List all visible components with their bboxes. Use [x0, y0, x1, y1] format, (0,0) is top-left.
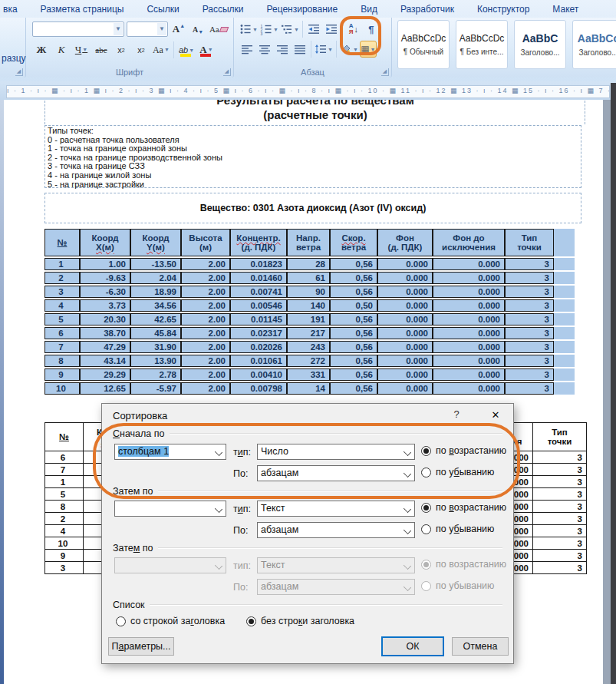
- ribbon-tab-2[interactable]: Разметка страницы: [29, 2, 136, 16]
- ribbon-tab-8[interactable]: Конструктор: [466, 2, 541, 16]
- table-cell: 3: [505, 355, 554, 367]
- then-by-1-type-combobox[interactable]: Текст: [257, 501, 415, 517]
- then-by-1-field-combobox[interactable]: [114, 501, 226, 517]
- font-name-combobox[interactable]: ▼: [32, 21, 124, 37]
- cancel-button[interactable]: Отмена: [452, 637, 509, 656]
- horizontal-ruler[interactable]: ı · 1 · ı · ▦ · ı · 1 ▦ ı · 2 · ı · 3 ▦ …: [0, 81, 616, 100]
- no-header-row-radio[interactable]: без строки заголовка: [246, 616, 354, 626]
- descending-radio[interactable]: по убыванию: [421, 524, 494, 534]
- style-card-1[interactable]: AaBbCcDc¶ Обычный: [397, 20, 450, 69]
- table-cell: 3: [533, 464, 587, 476]
- ascending-radio[interactable]: по возрастанию: [421, 502, 506, 513]
- numbering-button[interactable]: 123 ▼: [259, 21, 279, 38]
- close-icon[interactable]: ✕: [484, 407, 507, 424]
- italic-button[interactable]: К: [52, 41, 71, 59]
- strikethrough-button[interactable]: abc: [92, 41, 110, 59]
- radio-selected-icon[interactable]: [421, 503, 431, 513]
- grow-font-button[interactable]: А▲: [170, 21, 187, 38]
- bullets-button[interactable]: ▼: [239, 21, 259, 38]
- table-cell: 2.00: [181, 313, 230, 325]
- align-center-button[interactable]: [256, 41, 273, 58]
- chevron-down-icon[interactable]: ▼: [189, 48, 194, 53]
- annotation-circle-sort-button: [340, 16, 381, 55]
- options-button[interactable]: Параметры...: [108, 637, 174, 656]
- table-cell: 0.000: [377, 272, 433, 284]
- table-cell: 10: [44, 382, 80, 395]
- table-cell: 0,56: [330, 368, 377, 381]
- chevron-down-icon[interactable]: ▼: [82, 47, 87, 53]
- ribbon-tab-3[interactable]: Ссылки: [135, 2, 190, 16]
- chevron-down-icon[interactable]: ▼: [273, 27, 278, 32]
- align-right-button[interactable]: [274, 41, 291, 58]
- table-cell: 3: [45, 562, 84, 574]
- ribbon-tab-7[interactable]: Разработчик: [389, 2, 466, 16]
- chevron-down-icon[interactable]: ▼: [328, 47, 333, 52]
- increase-indent-button[interactable]: [323, 21, 340, 38]
- format-painter-label[interactable]: разцу: [2, 53, 26, 64]
- ok-button[interactable]: ОК: [381, 636, 444, 656]
- line-spacing-button[interactable]: ▼: [314, 41, 334, 58]
- by-label: По:: [233, 525, 248, 536]
- bold-button[interactable]: Ж: [32, 41, 51, 59]
- chevron-down-icon[interactable]: ▼: [157, 23, 166, 35]
- chevron-down-icon[interactable]: [215, 505, 222, 513]
- column-header: Типточки: [533, 423, 587, 451]
- column-header: Скор.ветра: [330, 229, 377, 256]
- font-dialog-launcher-icon[interactable]: ◢: [223, 68, 231, 76]
- ribbon-tab-9[interactable]: Макет: [541, 2, 590, 16]
- chevron-down-icon[interactable]: ▼: [114, 23, 123, 35]
- selection-end-marker: [554, 299, 575, 312]
- table-row: 638.7045.842.000.023172170,560.0000.0003: [44, 327, 575, 339]
- multilevel-list-button[interactable]: ▼: [280, 21, 300, 38]
- chevron-down-icon[interactable]: [404, 505, 411, 513]
- ruler-band[interactable]: ı · 1 · ı · ▦ · ı · 1 ▦ ı · 2 · ı · 3 ▦ …: [6, 85, 610, 98]
- change-case-button[interactable]: Аа▼: [152, 41, 170, 59]
- style-sample: AaBbCc: [578, 32, 616, 45]
- ribbon-tab-4[interactable]: Рассылки: [191, 2, 255, 16]
- shrink-font-button[interactable]: А▼: [189, 21, 206, 38]
- highlight-yellow-swatch: [180, 54, 191, 57]
- clipboard-dialog-launcher-icon[interactable]: ◢: [15, 68, 23, 76]
- radio-selected-icon[interactable]: [246, 616, 256, 626]
- align-left-button[interactable]: [239, 41, 255, 58]
- selection-end-marker: [554, 286, 575, 298]
- chevron-down-icon: [215, 562, 222, 570]
- chevron-down-icon[interactable]: ▼: [164, 47, 170, 53]
- table-cell: 0,56: [330, 382, 377, 395]
- font-color-button[interactable]: А▼: [197, 41, 216, 59]
- chevron-down-icon[interactable]: ▼: [208, 47, 213, 53]
- table-cell: 0.000: [377, 355, 433, 367]
- style-name: Заголово...: [579, 48, 616, 57]
- subscript-button[interactable]: х2: [112, 41, 130, 59]
- clear-formatting-button[interactable]: Аа: [209, 21, 229, 38]
- chevron-down-icon[interactable]: ▼: [252, 27, 258, 32]
- chevron-down-icon[interactable]: [404, 527, 411, 534]
- table-cell: 0.000: [377, 382, 433, 395]
- font-size-combobox[interactable]: ▼: [127, 21, 168, 37]
- ribbon-tab-5[interactable]: Рецензирование: [255, 2, 350, 16]
- paragraph-dialog-launcher-icon[interactable]: ◢: [381, 68, 389, 76]
- radio-icon[interactable]: [116, 616, 126, 626]
- help-button[interactable]: ?: [447, 408, 466, 424]
- decrease-indent-button[interactable]: [305, 21, 322, 38]
- then-by-1-using-combobox[interactable]: абзацам: [257, 522, 415, 538]
- header-row-radio[interactable]: со строкой заголовка: [116, 616, 225, 626]
- table-row: 747.2931.902.000.020262430,560.0000.0003: [44, 341, 575, 353]
- style-card-4[interactable]: AaBbCcЗаголово...: [572, 20, 616, 69]
- highlight-color-button[interactable]: ab▼: [177, 41, 196, 59]
- table-cell: 13.90: [130, 355, 181, 367]
- table-cell: 3: [533, 550, 587, 562]
- table-cell: 1.00: [80, 258, 130, 270]
- justify-button[interactable]: [292, 41, 308, 58]
- ribbon-tab-1[interactable]: вка: [0, 2, 29, 16]
- style-card-2[interactable]: AaBbCcDc¶ Без инте...: [456, 20, 508, 69]
- underline-button[interactable]: Ч▼: [72, 41, 91, 59]
- ribbon-tab-6[interactable]: Вид: [349, 2, 389, 16]
- superscript-button[interactable]: х2: [132, 41, 150, 59]
- annotation-circle-sort-by-section: [93, 423, 520, 499]
- style-card-3[interactable]: AaBbCЗаголово...: [514, 20, 566, 69]
- font-group-label: Шрифт: [26, 68, 233, 77]
- table-cell: 3: [505, 272, 554, 284]
- chevron-down-icon[interactable]: ▼: [294, 27, 299, 32]
- radio-icon[interactable]: [421, 524, 431, 534]
